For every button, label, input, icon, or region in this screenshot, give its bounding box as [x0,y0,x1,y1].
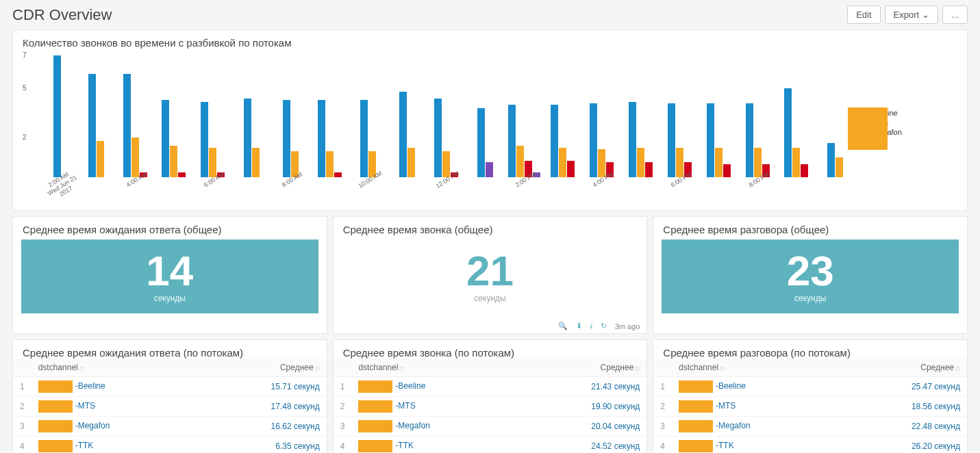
bar-beeline[interactable] [508,105,516,177]
download-icon[interactable]: ⬇ [576,322,582,331]
bar-mts[interactable] [516,146,524,177]
dstchannel-cell[interactable]: -Megafon [32,417,202,437]
bar-mts[interactable] [170,146,177,177]
table-row: 4-TTK6.35 секунд [13,437,327,454]
toolbar-timestamp: 3m ago [615,322,640,331]
dstchannel-cell[interactable]: -MTS [351,397,522,417]
bar-chart[interactable]: 257 2:00 AM Wed Jun 21 20174:00 AM6:00 A… [23,54,855,198]
avg-cell: 24.52 секунд [522,437,646,454]
bar-beeline[interactable] [318,100,325,177]
col-index[interactable] [13,359,32,377]
col-dstchannel[interactable]: dstchannel◇ [672,359,842,377]
bar-beeline[interactable] [123,74,131,177]
bar-bucket [505,54,544,177]
bar-beeline[interactable] [360,100,368,177]
row-index: 3 [334,417,352,437]
bar-mts[interactable] [97,141,104,177]
page-header: CDR Overview Edit Export ⌄ ... [0,0,980,29]
metric-value: 21 [466,250,514,292]
bar-mts[interactable] [715,148,723,177]
dstchannel-cell[interactable]: -TTK [351,437,522,454]
edit-button[interactable]: Edit [847,5,880,24]
bar-mts[interactable] [559,148,566,177]
bar-bucket [38,54,77,177]
chart-title: Количество звонков во времени с разбивко… [13,30,967,49]
redaction-block [38,420,73,432]
bar-beeline[interactable] [827,143,835,177]
dstchannel-cell[interactable]: -MTS [32,397,202,417]
bar-beeline[interactable] [668,103,675,177]
bar-beeline[interactable] [784,88,792,177]
dstchannel-cell[interactable]: -Beeline [672,377,842,397]
avg-cell: 17.48 секунд [202,397,327,417]
data-table: dstchannel◇ Среднее◇ 1-Beeline15.71 секу… [13,359,327,453]
dstchannel-cell[interactable]: -Beeline [351,377,522,397]
metric-panel-wait: Среднее время ожидания ответа (общее) 14… [12,216,327,334]
avg-cell: 25.47 секунд [842,377,967,397]
more-button[interactable]: ... [942,5,968,24]
bar-mts[interactable] [326,151,334,177]
avg-cell: 6.35 секунд [202,437,327,454]
table-row: 4-TTK24.52 секунд [334,437,647,454]
bar-beeline[interactable] [244,99,251,177]
dstchannel-cell[interactable]: -Beeline [32,377,202,397]
bar-beeline[interactable] [88,74,96,177]
bar-mts[interactable] [442,151,450,177]
bar-bucket [310,54,349,177]
dstchannel-cell[interactable]: -Megafon [672,417,842,437]
bar-beeline[interactable] [283,100,290,177]
bar-mts[interactable] [676,148,683,177]
bar-bucket [621,54,660,177]
bar-beeline[interactable] [590,103,597,177]
avg-cell: 15.71 секунд [202,377,327,397]
bar-beeline[interactable] [707,103,714,177]
redaction-block [679,440,713,452]
bar-mts[interactable] [598,149,605,177]
col-avg[interactable]: Среднее◇ [522,359,646,377]
row-index: 4 [653,437,672,454]
bar-beeline[interactable] [629,102,636,177]
table-panel-talk: Среднее время разговора (по потокам) dst… [653,339,968,453]
info-icon[interactable]: 𝒊 [590,322,592,331]
col-dstchannel[interactable]: dstchannel◇ [32,359,202,377]
bar-beeline[interactable] [746,103,753,177]
bar-mts[interactable] [131,138,139,177]
bar-beeline[interactable] [399,92,407,177]
refresh-icon[interactable]: ↻ [601,322,607,331]
bar-mts[interactable] [754,148,762,177]
col-index[interactable] [653,359,672,377]
bar-beeline[interactable] [434,99,442,177]
dstchannel-cell[interactable]: -TTK [672,437,842,454]
table-row: 2-MTS19.90 секунд [334,397,647,417]
avg-cell: 18.56 секунд [842,397,967,417]
dstchannel-cell[interactable]: -Megafon [351,417,522,437]
export-button[interactable]: Export ⌄ [885,5,939,24]
bar-mts[interactable] [792,148,800,177]
bar-beeline[interactable] [201,102,208,177]
bar-beeline[interactable] [551,105,558,177]
table-panel-call: Среднее время звонка (по потокам) dstcha… [333,339,648,453]
row-index: 4 [13,437,32,454]
row-index: 3 [653,417,672,437]
row-index: 3 [13,417,32,437]
bar-bucket [738,54,777,177]
search-icon[interactable]: 🔍 [558,322,568,331]
redaction-block [358,380,392,393]
col-avg[interactable]: Среднее◇ [842,359,967,377]
metric-body: 23 секунды [662,240,959,313]
row-index: 1 [13,377,32,397]
bar-beeline[interactable] [477,108,485,177]
bar-beeline[interactable] [53,55,61,177]
avg-cell: 19.90 секунд [522,397,646,417]
col-index[interactable] [334,359,352,377]
bar-mts[interactable] [209,148,216,177]
metric-value: 14 [146,250,193,292]
col-avg[interactable]: Среднее◇ [202,359,327,377]
sort-icon: ◇ [635,365,640,372]
col-dstchannel[interactable]: dstchannel◇ [351,359,522,377]
table-title: Среднее время разговора (по потокам) [653,340,967,359]
bar-mts[interactable] [637,148,644,177]
dstchannel-cell[interactable]: -TTK [32,437,202,454]
bar-beeline[interactable] [162,100,169,177]
dstchannel-cell[interactable]: -MTS [672,397,842,417]
